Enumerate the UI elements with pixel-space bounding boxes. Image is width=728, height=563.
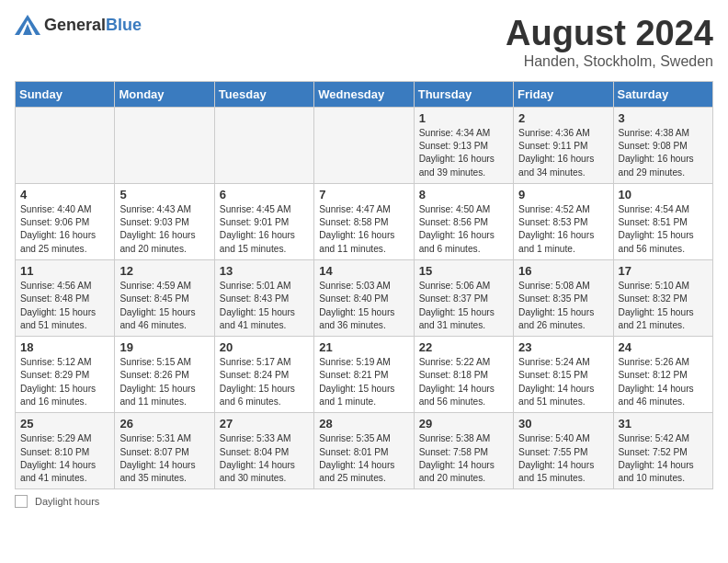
- calendar-cell: 9Sunrise: 4:52 AM Sunset: 8:53 PM Daylig…: [514, 183, 613, 259]
- day-number: 7: [319, 188, 408, 201]
- weekday-header-tuesday: Tuesday: [214, 81, 313, 107]
- day-info: Sunrise: 5:40 AM Sunset: 7:55 PM Dayligh…: [518, 432, 608, 485]
- calendar-cell: [115, 107, 214, 183]
- day-number: 24: [619, 340, 708, 354]
- calendar-week-4: 18Sunrise: 5:12 AM Sunset: 8:29 PM Dayli…: [16, 337, 713, 413]
- weekday-header-sunday: Sunday: [16, 81, 115, 107]
- day-number: 12: [119, 264, 209, 278]
- day-number: 21: [319, 340, 408, 354]
- calendar-cell: 7Sunrise: 4:47 AM Sunset: 8:58 PM Daylig…: [314, 183, 414, 259]
- calendar-week-3: 11Sunrise: 4:56 AM Sunset: 8:48 PM Dayli…: [16, 260, 713, 337]
- calendar-cell: 20Sunrise: 5:17 AM Sunset: 8:24 PM Dayli…: [214, 337, 313, 413]
- day-info: Sunrise: 4:52 AM Sunset: 8:53 PM Dayligh…: [518, 203, 608, 256]
- day-number: 4: [20, 188, 109, 201]
- day-info: Sunrise: 5:22 AM Sunset: 8:18 PM Dayligh…: [419, 356, 508, 408]
- day-info: Sunrise: 5:26 AM Sunset: 8:12 PM Dayligh…: [619, 356, 708, 408]
- calendar-footer: Daylight hours: [15, 495, 713, 508]
- calendar-cell: 6Sunrise: 4:45 AM Sunset: 9:01 PM Daylig…: [214, 183, 313, 259]
- day-number: 2: [518, 111, 608, 125]
- day-number: 13: [220, 264, 309, 278]
- day-number: 22: [419, 340, 508, 354]
- day-number: 5: [119, 188, 209, 201]
- day-info: Sunrise: 5:10 AM Sunset: 8:32 PM Dayligh…: [619, 280, 708, 332]
- calendar-cell: 19Sunrise: 5:15 AM Sunset: 8:26 PM Dayli…: [115, 337, 214, 413]
- day-number: 18: [20, 340, 109, 354]
- day-number: 10: [619, 188, 708, 201]
- logo-icon: [15, 15, 40, 35]
- calendar-cell: 27Sunrise: 5:33 AM Sunset: 8:04 PM Dayli…: [214, 413, 313, 489]
- day-number: 25: [20, 417, 109, 431]
- calendar-cell: 13Sunrise: 5:01 AM Sunset: 8:43 PM Dayli…: [214, 260, 313, 337]
- logo: GeneralBlue: [15, 15, 142, 35]
- day-info: Sunrise: 5:31 AM Sunset: 8:07 PM Dayligh…: [119, 432, 209, 485]
- day-info: Sunrise: 5:12 AM Sunset: 8:29 PM Dayligh…: [20, 356, 109, 408]
- calendar-cell: 21Sunrise: 5:19 AM Sunset: 8:21 PM Dayli…: [314, 337, 414, 413]
- legend-label: Daylight hours: [35, 496, 99, 507]
- calendar-cell: 18Sunrise: 5:12 AM Sunset: 8:29 PM Dayli…: [16, 337, 115, 413]
- day-info: Sunrise: 5:15 AM Sunset: 8:26 PM Dayligh…: [119, 356, 209, 408]
- day-number: 8: [419, 188, 508, 201]
- day-info: Sunrise: 5:01 AM Sunset: 8:43 PM Dayligh…: [220, 280, 309, 332]
- day-number: 3: [619, 111, 708, 125]
- day-info: Sunrise: 5:19 AM Sunset: 8:21 PM Dayligh…: [319, 356, 408, 408]
- day-number: 28: [319, 417, 408, 431]
- logo-general-text: GeneralBlue: [44, 16, 142, 35]
- weekday-header-row: SundayMondayTuesdayWednesdayThursdayFrid…: [16, 81, 713, 107]
- calendar-cell: 10Sunrise: 4:54 AM Sunset: 8:51 PM Dayli…: [613, 183, 712, 259]
- calendar-week-5: 25Sunrise: 5:29 AM Sunset: 8:10 PM Dayli…: [16, 413, 713, 489]
- calendar-cell: 4Sunrise: 4:40 AM Sunset: 9:06 PM Daylig…: [16, 183, 115, 259]
- day-info: Sunrise: 5:08 AM Sunset: 8:35 PM Dayligh…: [518, 280, 608, 332]
- day-number: 14: [319, 264, 408, 278]
- day-info: Sunrise: 5:42 AM Sunset: 7:52 PM Dayligh…: [619, 432, 708, 485]
- day-info: Sunrise: 4:36 AM Sunset: 9:11 PM Dayligh…: [518, 127, 608, 179]
- day-info: Sunrise: 5:24 AM Sunset: 8:15 PM Dayligh…: [518, 356, 608, 408]
- calendar-cell: 8Sunrise: 4:50 AM Sunset: 8:56 PM Daylig…: [414, 183, 513, 259]
- day-info: Sunrise: 5:06 AM Sunset: 8:37 PM Dayligh…: [419, 280, 508, 332]
- title-block: August 2024 Handen, Stockholm, Sweden: [506, 15, 713, 70]
- calendar-table: SundayMondayTuesdayWednesdayThursdayFrid…: [15, 81, 713, 490]
- calendar-cell: 23Sunrise: 5:24 AM Sunset: 8:15 PM Dayli…: [514, 337, 613, 413]
- calendar-cell: 2Sunrise: 4:36 AM Sunset: 9:11 PM Daylig…: [514, 107, 613, 183]
- day-number: 6: [220, 188, 309, 201]
- day-number: 26: [119, 417, 209, 431]
- calendar-cell: 14Sunrise: 5:03 AM Sunset: 8:40 PM Dayli…: [314, 260, 414, 337]
- page-header: GeneralBlue August 2024 Handen, Stockhol…: [15, 15, 713, 70]
- calendar-cell: 12Sunrise: 4:59 AM Sunset: 8:45 PM Dayli…: [115, 260, 214, 337]
- calendar-cell: 3Sunrise: 4:38 AM Sunset: 9:08 PM Daylig…: [613, 107, 712, 183]
- day-number: 29: [419, 417, 508, 431]
- day-number: 30: [518, 417, 608, 431]
- day-number: 17: [619, 264, 708, 278]
- day-info: Sunrise: 4:56 AM Sunset: 8:48 PM Dayligh…: [20, 280, 109, 332]
- day-number: 11: [20, 264, 109, 278]
- weekday-header-thursday: Thursday: [414, 81, 513, 107]
- calendar-cell: 30Sunrise: 5:40 AM Sunset: 7:55 PM Dayli…: [514, 413, 613, 489]
- location-title: Handen, Stockholm, Sweden: [506, 53, 713, 70]
- calendar-cell: 31Sunrise: 5:42 AM Sunset: 7:52 PM Dayli…: [613, 413, 712, 489]
- day-info: Sunrise: 4:43 AM Sunset: 9:03 PM Dayligh…: [119, 203, 209, 256]
- calendar-cell: [314, 107, 414, 183]
- calendar-cell: 5Sunrise: 4:43 AM Sunset: 9:03 PM Daylig…: [115, 183, 214, 259]
- day-info: Sunrise: 5:33 AM Sunset: 8:04 PM Dayligh…: [220, 432, 309, 485]
- day-info: Sunrise: 5:35 AM Sunset: 8:01 PM Dayligh…: [319, 432, 408, 485]
- day-info: Sunrise: 5:38 AM Sunset: 7:58 PM Dayligh…: [419, 432, 508, 485]
- day-info: Sunrise: 4:34 AM Sunset: 9:13 PM Dayligh…: [419, 127, 508, 179]
- day-number: 16: [518, 264, 608, 278]
- calendar-cell: 16Sunrise: 5:08 AM Sunset: 8:35 PM Dayli…: [514, 260, 613, 337]
- day-number: 23: [518, 340, 608, 354]
- calendar-cell: 25Sunrise: 5:29 AM Sunset: 8:10 PM Dayli…: [16, 413, 115, 489]
- weekday-header-monday: Monday: [115, 81, 214, 107]
- calendar-cell: 22Sunrise: 5:22 AM Sunset: 8:18 PM Dayli…: [414, 337, 513, 413]
- calendar-week-1: 1Sunrise: 4:34 AM Sunset: 9:13 PM Daylig…: [16, 107, 713, 183]
- weekday-header-wednesday: Wednesday: [314, 81, 414, 107]
- day-info: Sunrise: 4:38 AM Sunset: 9:08 PM Dayligh…: [619, 127, 708, 179]
- day-number: 9: [518, 188, 608, 201]
- calendar-cell: 15Sunrise: 5:06 AM Sunset: 8:37 PM Dayli…: [414, 260, 513, 337]
- day-info: Sunrise: 5:29 AM Sunset: 8:10 PM Dayligh…: [20, 432, 109, 485]
- day-info: Sunrise: 4:40 AM Sunset: 9:06 PM Dayligh…: [20, 203, 109, 256]
- day-number: 15: [419, 264, 508, 278]
- calendar-cell: [214, 107, 313, 183]
- calendar-week-2: 4Sunrise: 4:40 AM Sunset: 9:06 PM Daylig…: [16, 183, 713, 259]
- calendar-cell: 1Sunrise: 4:34 AM Sunset: 9:13 PM Daylig…: [414, 107, 513, 183]
- day-info: Sunrise: 4:45 AM Sunset: 9:01 PM Dayligh…: [220, 203, 309, 256]
- day-info: Sunrise: 4:47 AM Sunset: 8:58 PM Dayligh…: [319, 203, 408, 256]
